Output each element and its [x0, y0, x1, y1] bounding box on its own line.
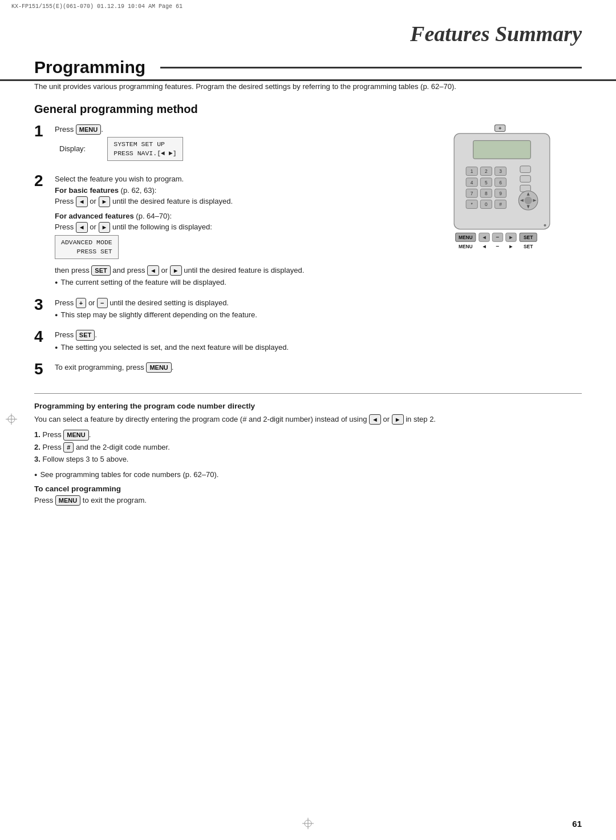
- menu-btn-lower-1: MENU: [63, 430, 88, 441]
- right-arrow-btn: ►: [99, 196, 111, 207]
- right-arrow-btn-2: ►: [99, 222, 111, 233]
- svg-text:0: 0: [485, 201, 488, 207]
- svg-text:◄: ◄: [481, 244, 487, 249]
- svg-text:SET: SET: [524, 235, 533, 240]
- lower-list-item-2: 2. Press # and the 2-digit code number.: [34, 442, 582, 453]
- svg-text:1: 1: [471, 168, 473, 174]
- menu-button-label: MENU: [76, 124, 101, 135]
- lower-section: Programming by entering the program code…: [0, 402, 616, 506]
- step-2-then: then press SET and press ◄ or ► until th…: [55, 265, 416, 276]
- step-1-text: Press: [55, 125, 76, 134]
- set-btn-inline: SET: [91, 265, 110, 276]
- device-svg: + 1 2 3 4 5: [428, 124, 576, 272]
- svg-text:3: 3: [499, 168, 502, 174]
- step-2-basic: For basic features (p. 62, 63): Press ◄ …: [55, 185, 416, 207]
- lower-section-text: You can select a feature by directly ent…: [34, 414, 582, 425]
- svg-text:MENU: MENU: [459, 235, 473, 240]
- svg-rect-3: [473, 140, 531, 159]
- display-label-1: Display: SYSTEM SET UP PRESS NAVI.[◄ ►]: [59, 135, 416, 163]
- step-2-number: 2: [34, 172, 55, 190]
- step-5-content: To exit programming, press MENU.: [55, 362, 416, 373]
- svg-text:MENU: MENU: [459, 244, 473, 249]
- intro-text: The unit provides various programming fe…: [0, 81, 616, 92]
- svg-point-53: [544, 224, 546, 226]
- display-box-2: ADVANCED MODE PRESS SET: [55, 235, 119, 259]
- svg-text:4: 4: [471, 179, 473, 185]
- svg-text:◄: ◄: [481, 235, 487, 240]
- svg-text:+: +: [499, 125, 502, 131]
- svg-text:9: 9: [499, 190, 502, 196]
- svg-text:5: 5: [485, 179, 488, 185]
- svg-text:2: 2: [485, 168, 488, 174]
- svg-text:►: ►: [508, 235, 513, 240]
- set-btn-step4: SET: [76, 330, 95, 341]
- step-3-text: Press + or − until the desired setting i…: [55, 297, 416, 309]
- page-title: Features Summary: [0, 11, 616, 52]
- right-arrow-btn-3: ►: [170, 265, 182, 276]
- menu-btn-cancel: MENU: [55, 495, 80, 506]
- step-3-content: Press + or − until the desired setting i…: [55, 297, 416, 321]
- step-2-bullet: The current setting of the feature will …: [55, 277, 416, 288]
- svg-point-32: [524, 196, 532, 204]
- page-container: KX-FP151/155(E)(061-070) 01.12.19 10:04 …: [0, 0, 616, 840]
- subsection-title: General programming method: [34, 103, 582, 116]
- step-4: 4 Press SET. The setting you selected is…: [34, 329, 416, 353]
- left-arrow-btn: ◄: [76, 196, 88, 207]
- minus-btn: −: [97, 298, 107, 309]
- step-3-number: 3: [34, 296, 55, 314]
- step-4-number: 4: [34, 328, 55, 346]
- hash-btn-lower: #: [63, 442, 74, 453]
- lower-section-title: Programming by entering the program code…: [34, 402, 582, 410]
- divider: [34, 393, 582, 394]
- step-5-text: To exit programming, press MENU.: [55, 362, 416, 373]
- step-2-content: Select the feature you wish to program. …: [55, 173, 416, 288]
- page-header-info: KX-FP151/155(E)(061-070) 01.12.19 10:04 …: [0, 0, 616, 11]
- page-number: 61: [572, 819, 582, 829]
- lower-list: 1. Press MENU. 2. Press # and the 2-digi…: [34, 429, 582, 465]
- step-3: 3 Press + or − until the desired setting…: [34, 297, 416, 321]
- step-4-bullet: The setting you selected is set, and the…: [55, 342, 416, 353]
- svg-text:►: ►: [508, 244, 513, 249]
- menu-btn-step5: MENU: [146, 362, 171, 373]
- svg-rect-10: [520, 165, 530, 172]
- lower-list-item-1: 1. Press MENU.: [34, 429, 582, 441]
- step-1: 1 Press MENU. Display: SYSTEM SET UP PRE…: [34, 124, 416, 165]
- step-4-content: Press SET. The setting you selected is s…: [55, 329, 416, 353]
- step-2-main: Select the feature you wish to program.: [55, 173, 416, 185]
- lower-bullet: See programming tables for code numbers …: [34, 470, 582, 480]
- svg-text:7: 7: [471, 190, 473, 196]
- plus-btn: +: [76, 298, 86, 309]
- svg-text:−: −: [496, 234, 500, 240]
- crosshair-bottom: [302, 818, 314, 831]
- section-title: Programming: [0, 52, 616, 81]
- step-1-content: Press MENU. Display: SYSTEM SET UP PRESS…: [55, 124, 416, 165]
- step-2-advanced: For advanced features (p. 64–70): Press …: [55, 211, 416, 233]
- step-2: 2 Select the feature you wish to program…: [34, 173, 416, 288]
- step-5-number: 5: [34, 361, 55, 378]
- svg-rect-11: [520, 175, 530, 182]
- svg-text:#: #: [499, 201, 502, 207]
- svg-text:−: −: [496, 243, 500, 249]
- steps-area: 1 Press MENU. Display: SYSTEM SET UP PRE…: [0, 124, 616, 387]
- step-4-text: Press SET.: [55, 329, 416, 341]
- svg-text:8: 8: [485, 190, 488, 196]
- device-image-area: + 1 2 3 4 5: [428, 124, 582, 387]
- left-arrow-btn-3: ◄: [147, 265, 159, 276]
- step-1-number: 1: [34, 123, 55, 140]
- left-arrow-btn-2: ◄: [76, 222, 88, 233]
- display-box-1: SYSTEM SET UP PRESS NAVI.[◄ ►]: [107, 137, 183, 161]
- lower-list-item-3: 3. Follow steps 3 to 5 above.: [34, 454, 582, 465]
- crosshair-left: [6, 414, 17, 427]
- steps-left: 1 Press MENU. Display: SYSTEM SET UP PRE…: [34, 124, 428, 387]
- svg-text:6: 6: [499, 179, 502, 185]
- left-arrow-lower: ◄: [369, 414, 381, 425]
- right-arrow-lower: ►: [392, 414, 404, 425]
- step-3-bullet: This step may be slightly different depe…: [55, 310, 416, 320]
- step-5: 5 To exit programming, press MENU.: [34, 362, 416, 378]
- cancel-text: Press MENU to exit the program.: [34, 495, 582, 506]
- svg-text:SET: SET: [524, 244, 533, 249]
- cancel-section-title: To cancel programming: [34, 484, 582, 493]
